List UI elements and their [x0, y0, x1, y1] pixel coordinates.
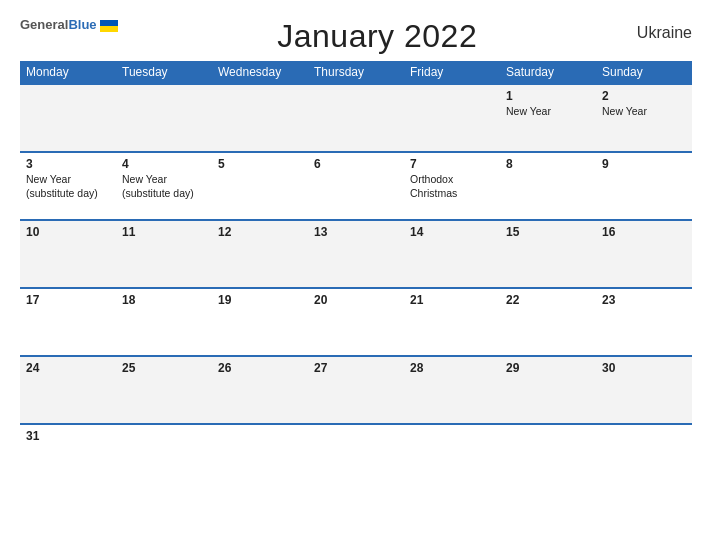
- calendar-table: Monday Tuesday Wednesday Thursday Friday…: [20, 61, 692, 492]
- calendar-week-row: 17181920212223: [20, 288, 692, 356]
- calendar-week-row: 31: [20, 424, 692, 492]
- day-number: 11: [122, 225, 206, 239]
- day-number: 2: [602, 89, 686, 103]
- calendar-cell: 14: [404, 220, 500, 288]
- calendar-cell: 4New Year (substitute day): [116, 152, 212, 220]
- day-number: 12: [218, 225, 302, 239]
- calendar-cell: 2New Year: [596, 84, 692, 152]
- calendar-cell: [20, 84, 116, 152]
- col-wednesday: Wednesday: [212, 61, 308, 84]
- day-number: 24: [26, 361, 110, 375]
- event-label: New Year: [602, 105, 686, 119]
- calendar-cell: 27: [308, 356, 404, 424]
- calendar-cell: 20: [308, 288, 404, 356]
- logo: GeneralBlue: [20, 18, 118, 32]
- day-number: 3: [26, 157, 110, 171]
- calendar-cell: 3New Year (substitute day): [20, 152, 116, 220]
- calendar-cell: [212, 424, 308, 492]
- day-number: 1: [506, 89, 590, 103]
- calendar-page: GeneralBlue January 2022 Ukraine Monday …: [0, 0, 712, 550]
- event-label: Orthodox Christmas: [410, 173, 494, 200]
- day-number: 7: [410, 157, 494, 171]
- col-friday: Friday: [404, 61, 500, 84]
- calendar-cell: 31: [20, 424, 116, 492]
- country-label: Ukraine: [637, 18, 692, 42]
- calendar-cell: 5: [212, 152, 308, 220]
- calendar-cell: 9: [596, 152, 692, 220]
- calendar-title: January 2022: [118, 18, 637, 55]
- logo-blue: Blue: [68, 17, 96, 32]
- day-number: 29: [506, 361, 590, 375]
- calendar-week-row: 1New Year2New Year: [20, 84, 692, 152]
- calendar-title-block: January 2022: [118, 18, 637, 55]
- calendar-cell: [308, 84, 404, 152]
- calendar-header: GeneralBlue January 2022 Ukraine: [20, 18, 692, 55]
- calendar-week-row: 3New Year (substitute day)4New Year (sub…: [20, 152, 692, 220]
- calendar-cell: 15: [500, 220, 596, 288]
- calendar-cell: [596, 424, 692, 492]
- day-number: 20: [314, 293, 398, 307]
- calendar-cell: 8: [500, 152, 596, 220]
- day-number: 13: [314, 225, 398, 239]
- logo-flag-icon: [100, 20, 118, 32]
- day-number: 4: [122, 157, 206, 171]
- day-number: 26: [218, 361, 302, 375]
- day-number: 19: [218, 293, 302, 307]
- event-label: New Year (substitute day): [122, 173, 206, 200]
- day-number: 25: [122, 361, 206, 375]
- event-label: New Year (substitute day): [26, 173, 110, 200]
- calendar-week-row: 10111213141516: [20, 220, 692, 288]
- calendar-cell: [116, 424, 212, 492]
- calendar-cell: 25: [116, 356, 212, 424]
- calendar-cell: [404, 424, 500, 492]
- day-number: 10: [26, 225, 110, 239]
- col-sunday: Sunday: [596, 61, 692, 84]
- calendar-cell: [116, 84, 212, 152]
- weekday-header-row: Monday Tuesday Wednesday Thursday Friday…: [20, 61, 692, 84]
- day-number: 28: [410, 361, 494, 375]
- day-number: 18: [122, 293, 206, 307]
- calendar-cell: 28: [404, 356, 500, 424]
- day-number: 5: [218, 157, 302, 171]
- calendar-cell: 19: [212, 288, 308, 356]
- day-number: 31: [26, 429, 110, 443]
- day-number: 22: [506, 293, 590, 307]
- calendar-cell: 21: [404, 288, 500, 356]
- day-number: 23: [602, 293, 686, 307]
- calendar-cell: [308, 424, 404, 492]
- calendar-cell: 1New Year: [500, 84, 596, 152]
- col-thursday: Thursday: [308, 61, 404, 84]
- calendar-cell: 6: [308, 152, 404, 220]
- calendar-cell: 16: [596, 220, 692, 288]
- col-monday: Monday: [20, 61, 116, 84]
- day-number: 16: [602, 225, 686, 239]
- col-tuesday: Tuesday: [116, 61, 212, 84]
- day-number: 9: [602, 157, 686, 171]
- day-number: 14: [410, 225, 494, 239]
- logo-text: GeneralBlue: [20, 18, 118, 32]
- logo-general: General: [20, 17, 68, 32]
- day-number: 15: [506, 225, 590, 239]
- calendar-week-row: 24252627282930: [20, 356, 692, 424]
- calendar-body: 1New Year2New Year3New Year (substitute …: [20, 84, 692, 492]
- calendar-cell: [404, 84, 500, 152]
- day-number: 17: [26, 293, 110, 307]
- event-label: New Year: [506, 105, 590, 119]
- calendar-cell: 18: [116, 288, 212, 356]
- calendar-cell: 13: [308, 220, 404, 288]
- calendar-cell: 29: [500, 356, 596, 424]
- calendar-cell: 7Orthodox Christmas: [404, 152, 500, 220]
- day-number: 30: [602, 361, 686, 375]
- day-number: 27: [314, 361, 398, 375]
- calendar-cell: 11: [116, 220, 212, 288]
- calendar-header-row: Monday Tuesday Wednesday Thursday Friday…: [20, 61, 692, 84]
- day-number: 8: [506, 157, 590, 171]
- calendar-cell: 12: [212, 220, 308, 288]
- col-saturday: Saturday: [500, 61, 596, 84]
- day-number: 6: [314, 157, 398, 171]
- calendar-cell: 22: [500, 288, 596, 356]
- calendar-cell: 10: [20, 220, 116, 288]
- calendar-cell: 17: [20, 288, 116, 356]
- calendar-cell: [500, 424, 596, 492]
- calendar-cell: 24: [20, 356, 116, 424]
